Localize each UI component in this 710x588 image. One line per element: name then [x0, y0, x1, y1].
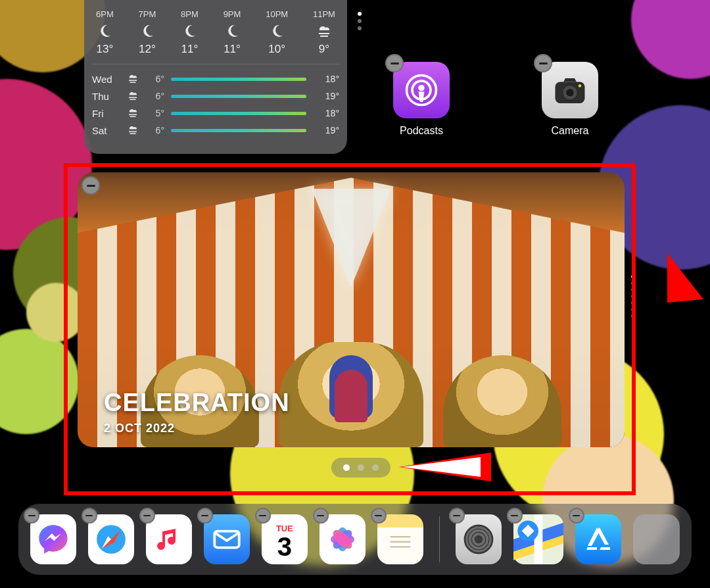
- app-camera[interactable]: Camera: [542, 62, 598, 137]
- hourly-item: 8PM 11°: [181, 9, 199, 56]
- wallpaper-spot: [26, 283, 85, 342]
- day-name: Sat: [92, 125, 124, 136]
- low-temp: 6°: [142, 91, 164, 101]
- remove-app-button[interactable]: [82, 508, 97, 524]
- music-icon: [153, 524, 185, 555]
- fog-icon: [124, 124, 142, 136]
- moon-icon: [224, 23, 240, 39]
- low-temp: 6°: [142, 74, 164, 84]
- page-dot[interactable]: [372, 464, 379, 471]
- memory-title: CELEBRATION: [104, 389, 290, 417]
- svg-point-25: [475, 535, 482, 543]
- day-name: Thu: [92, 91, 124, 102]
- hourly-forecast: 6PM 13° 7PM 12° 8PM 11° 9PM 11° 10PM 10°…: [92, 7, 339, 64]
- app-podcasts[interactable]: Podcasts: [393, 62, 450, 137]
- page-indicator[interactable]: [331, 458, 390, 478]
- day-name: Wed: [92, 74, 124, 85]
- podcasts-icon: [404, 72, 439, 108]
- calendar-day: 3: [277, 533, 292, 560]
- widget-stack-indicator[interactable]: [631, 275, 634, 318]
- remove-app-button[interactable]: [197, 508, 213, 524]
- high-temp: 19°: [313, 91, 339, 101]
- temp-range-bar: [171, 112, 306, 115]
- app-label: Camera: [552, 125, 589, 137]
- fog-icon: [124, 107, 142, 119]
- hour-label: 8PM: [181, 9, 199, 19]
- hour-temp: 11°: [181, 43, 199, 56]
- temp-range-bar: [171, 95, 306, 98]
- dock-app-safari[interactable]: [88, 514, 134, 564]
- svg-point-6: [579, 84, 582, 87]
- remove-app-button[interactable]: [24, 508, 39, 524]
- high-temp: 18°: [313, 74, 339, 84]
- hourly-item: 7PM 12°: [139, 9, 156, 56]
- dock-divider: [439, 516, 440, 562]
- dock-app-calendar[interactable]: TUE 3: [262, 514, 308, 564]
- hourly-item: 10PM 10°: [266, 9, 288, 56]
- remove-app-button[interactable]: [371, 508, 387, 524]
- dock-app-appstore[interactable]: [575, 514, 621, 564]
- moon-icon: [139, 23, 155, 39]
- dock: TUE 3: [18, 504, 692, 575]
- hourly-item: 6PM 13°: [96, 9, 114, 56]
- hour-label: 9PM: [224, 9, 241, 19]
- temp-range-bar: [171, 129, 306, 132]
- remove-widget-button[interactable]: [385, 54, 404, 72]
- daily-forecast: Wed 6° 18° Thu 6° 19° Fri 5° 18° Sat 6° …: [92, 64, 339, 138]
- remove-app-button[interactable]: [255, 508, 271, 524]
- hourly-item: 11PM 9°: [313, 9, 335, 56]
- daily-row: Sat 6° 19°: [92, 122, 339, 138]
- settings-icon: [460, 521, 497, 558]
- hour-label: 7PM: [139, 9, 156, 19]
- remove-widget-button[interactable]: [82, 176, 100, 195]
- remove-app-button[interactable]: [139, 508, 155, 524]
- annotation-arrow: [667, 253, 703, 303]
- widget-stack-indicator[interactable]: [358, 12, 362, 30]
- hour-temp: 9°: [319, 43, 329, 56]
- fog-icon: [124, 90, 142, 102]
- photos-memory-widget[interactable]: CELEBRATION 2 OCT 2022: [78, 172, 625, 447]
- low-temp: 6°: [142, 125, 164, 135]
- dock-app-messenger[interactable]: [30, 514, 76, 564]
- hour-temp: 11°: [224, 43, 241, 56]
- high-temp: 18°: [313, 108, 339, 118]
- day-name: Fri: [92, 108, 124, 119]
- wallpaper-spot: [631, 0, 710, 79]
- daily-row: Wed 6° 18°: [92, 71, 339, 87]
- photos-icon: [325, 522, 360, 557]
- fog-icon: [124, 73, 142, 85]
- low-temp: 5°: [142, 108, 164, 118]
- remove-widget-button[interactable]: [534, 54, 552, 72]
- remove-app-button[interactable]: [313, 508, 329, 524]
- page-dot[interactable]: [343, 464, 350, 471]
- page-dot[interactable]: [358, 464, 364, 471]
- dock-app-notes[interactable]: [377, 514, 423, 564]
- dock-app-photos[interactable]: [320, 514, 366, 564]
- hour-temp: 10°: [268, 43, 285, 56]
- daily-row: Thu 6° 19°: [92, 88, 339, 104]
- wallpaper-spot: [0, 329, 79, 434]
- hour-label: 6PM: [96, 9, 114, 19]
- remove-app-button[interactable]: [569, 508, 584, 524]
- memory-date: 2 OCT 2022: [104, 422, 175, 435]
- appstore-icon: [582, 524, 614, 555]
- mail-icon: [210, 523, 243, 556]
- camera-icon: [550, 70, 590, 110]
- hour-label: 11PM: [313, 9, 335, 19]
- svg-point-2: [418, 85, 424, 91]
- dock-app-mail[interactable]: [204, 514, 250, 564]
- svg-point-5: [566, 89, 574, 97]
- moon-icon: [269, 23, 285, 39]
- remove-app-button[interactable]: [449, 508, 465, 524]
- hourly-item: 9PM 11°: [224, 9, 241, 56]
- hour-label: 10PM: [266, 9, 288, 19]
- dock-app-settings[interactable]: [456, 514, 502, 564]
- dock-app-music[interactable]: [146, 514, 192, 564]
- messenger-icon: [36, 522, 70, 556]
- dock-app-maps[interactable]: [513, 514, 563, 564]
- chandelier-decoration: [308, 189, 394, 301]
- remove-app-button[interactable]: [507, 508, 523, 524]
- weather-widget[interactable]: 6PM 13° 7PM 12° 8PM 11° 9PM 11° 10PM 10°…: [84, 0, 347, 154]
- daily-row: Fri 5° 18°: [92, 105, 339, 121]
- dock-app-library[interactable]: [633, 514, 680, 564]
